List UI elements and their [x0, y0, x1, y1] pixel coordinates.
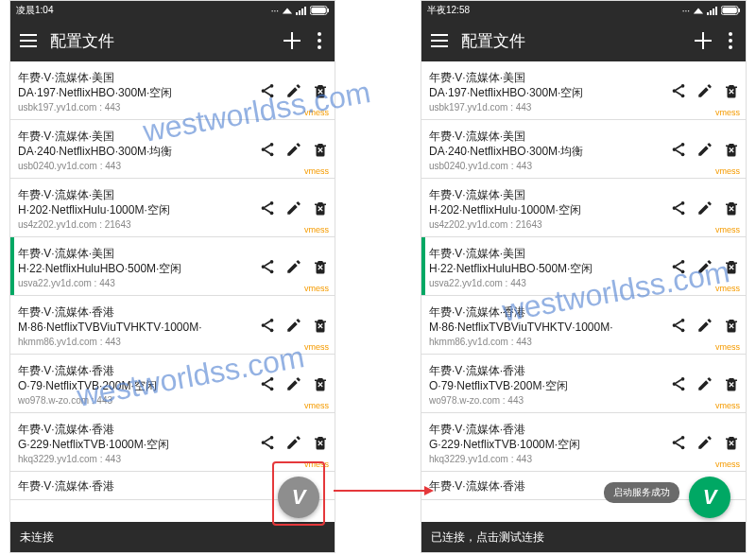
share-icon[interactable] — [259, 434, 276, 451]
share-icon[interactable] — [670, 375, 687, 392]
delete-icon[interactable] — [723, 141, 740, 158]
share-icon[interactable] — [259, 199, 276, 217]
config-item[interactable]: 年费·V·流媒体·香港 M·86·NetflixTVBViuTVHKTV·100… — [10, 296, 335, 355]
phone-screen-right: 半夜12:58··· 配置文件 年费·V·流媒体·美国 DA·197·Netfl… — [421, 0, 747, 553]
edit-icon[interactable] — [696, 258, 713, 275]
item-title: 年费·V·流媒体·香港 M·86·NetflixTVBViuTVHKTV·100… — [18, 304, 257, 335]
edit-icon[interactable] — [696, 82, 713, 99]
config-item[interactable]: 年费·V·流媒体·香港 M·86·NetflixTVBViuTVHKTV·100… — [421, 296, 746, 355]
connection-status-bar[interactable]: 未连接 — [10, 522, 335, 552]
edit-icon[interactable] — [696, 141, 713, 158]
svg-line-63 — [676, 208, 681, 212]
svg-line-26 — [265, 267, 270, 270]
protocol-tag: vmess — [304, 342, 329, 352]
svg-rect-5 — [311, 8, 325, 13]
item-body: 年费·V·流媒体·美国 H·202·NetflixHulu·1000M·空闲us… — [14, 179, 259, 236]
item-body: 年费·V·流媒体·美国 H·202·NetflixHulu·1000M·空闲us… — [425, 179, 670, 236]
edit-icon[interactable] — [285, 317, 302, 334]
config-item[interactable]: 年费·V·流媒体·美国 H·202·NetflixHulu·1000M·空闲us… — [421, 179, 746, 237]
edit-icon[interactable] — [285, 82, 302, 99]
svg-rect-48 — [738, 9, 740, 12]
item-title: 年费·V·流媒体·香港 O·79·NetflixTVB·200M·空闲 — [429, 363, 668, 393]
delete-icon[interactable] — [723, 258, 740, 275]
edit-icon[interactable] — [285, 199, 302, 217]
config-item[interactable]: 年费·V·流媒体·美国 H·22·NetflixHuluHBO·500M·空闲u… — [10, 237, 335, 296]
svg-line-72 — [676, 321, 681, 324]
connect-fab[interactable]: V — [278, 477, 319, 518]
share-icon[interactable] — [259, 141, 276, 158]
delete-icon[interactable] — [312, 258, 329, 275]
edit-icon[interactable] — [285, 375, 302, 392]
item-title: 年费·V·流媒体·美国 DA·240·NetflixHBO·300M·均衡 — [429, 129, 668, 159]
svg-rect-44 — [713, 9, 714, 15]
edit-icon[interactable] — [696, 199, 713, 217]
edit-icon[interactable] — [285, 434, 302, 451]
svg-rect-45 — [715, 7, 717, 15]
config-item[interactable]: 年费·V·流媒体·香港 O·79·NetflixTVB·200M·空闲wo978… — [10, 355, 335, 413]
delete-icon[interactable] — [312, 82, 329, 99]
connection-status-text: 已连接，点击测试连接 — [431, 529, 544, 546]
share-icon[interactable] — [670, 82, 687, 99]
protocol-tag: vmess — [715, 401, 740, 410]
menu-icon[interactable] — [431, 34, 448, 47]
config-item[interactable]: 年费·V·流媒体·香港 G·229·NetflixTVB·1000M·空闲hkq… — [421, 413, 746, 472]
protocol-tag: vmess — [304, 166, 329, 176]
app-bar: 配置文件 — [10, 20, 335, 61]
item-title: 年费·V·流媒体·美国 DA·240·NetflixHBO·300M·均衡 — [18, 129, 257, 159]
config-item[interactable]: 年费·V·流媒体·美国 DA·240·NetflixHBO·300M·均衡usb… — [421, 120, 746, 179]
share-icon[interactable] — [259, 375, 276, 392]
item-subtitle: us4z202.yv1d.com : 21643 — [429, 219, 668, 230]
config-item[interactable]: 年费·V·流媒体·美国 H·202·NetflixHulu·1000M·空闲us… — [10, 179, 335, 237]
delete-icon[interactable] — [723, 199, 740, 217]
config-item[interactable]: 年费·V·流媒体·香港 G·229·NetflixTVB·1000M·空闲hkq… — [10, 413, 335, 472]
svg-line-53 — [676, 91, 681, 95]
delete-icon[interactable] — [312, 317, 329, 334]
delete-icon[interactable] — [312, 434, 329, 451]
config-item[interactable]: 年费·V·流媒体·美国 DA·197·NetflixHBO·300M·空闲usb… — [10, 61, 335, 120]
item-title: 年费·V·流媒体·香港 G·229·NetflixTVB·1000M·空闲 — [429, 422, 668, 452]
svg-rect-0 — [296, 12, 298, 15]
config-list[interactable]: 年费·V·流媒体·美国 DA·197·NetflixHBO·300M·空闲usb… — [421, 61, 746, 522]
item-subtitle: usbk197.yv1d.com : 443 — [18, 102, 257, 113]
share-icon[interactable] — [259, 317, 276, 334]
delete-icon[interactable] — [723, 434, 740, 451]
edit-icon[interactable] — [696, 317, 713, 334]
svg-line-62 — [676, 203, 681, 207]
edit-icon[interactable] — [285, 258, 302, 275]
share-icon[interactable] — [670, 199, 687, 217]
svg-line-57 — [676, 145, 681, 148]
share-icon[interactable] — [670, 141, 687, 158]
delete-icon[interactable] — [312, 375, 329, 392]
add-button[interactable] — [284, 32, 301, 49]
add-button[interactable] — [695, 32, 712, 49]
config-item[interactable]: 年费·V·流媒体·美国 DA·240·NetflixHBO·300M·均衡usb… — [10, 120, 335, 179]
config-item[interactable]: 年费·V·流媒体·香港 O·79·NetflixTVB·200M·空闲wo978… — [421, 355, 746, 413]
config-list[interactable]: 年费·V·流媒体·美国 DA·197·NetflixHBO·300M·空闲usb… — [10, 61, 335, 522]
svg-line-78 — [676, 384, 681, 388]
connection-status-bar[interactable]: 已连接，点击测试连接 — [421, 522, 746, 552]
menu-icon[interactable] — [20, 34, 37, 47]
item-body: 年费·V·流媒体·美国 DA·197·NetflixHBO·300M·空闲usb… — [14, 61, 259, 119]
delete-icon[interactable] — [723, 82, 740, 99]
share-icon[interactable] — [670, 434, 687, 451]
overflow-menu-icon[interactable] — [314, 32, 325, 49]
overflow-menu-icon[interactable] — [725, 32, 736, 49]
item-subtitle: wo978.w-zo.com : 443 — [429, 395, 668, 406]
svg-line-68 — [676, 267, 681, 270]
config-item[interactable]: 年费·V·流媒体·美国 DA·197·NetflixHBO·300M·空闲usb… — [421, 61, 746, 120]
share-icon[interactable] — [259, 82, 276, 99]
delete-icon[interactable] — [312, 199, 329, 217]
edit-icon[interactable] — [696, 434, 713, 451]
share-icon[interactable] — [670, 258, 687, 275]
status-time: 半夜12:58 — [427, 4, 470, 17]
toast-message: 启动服务成功 — [604, 482, 679, 503]
edit-icon[interactable] — [285, 141, 302, 158]
connect-fab[interactable]: V — [689, 477, 730, 518]
share-icon[interactable] — [670, 317, 687, 334]
delete-icon[interactable] — [723, 375, 740, 392]
delete-icon[interactable] — [312, 141, 329, 158]
delete-icon[interactable] — [723, 317, 740, 334]
config-item[interactable]: 年费·V·流媒体·美国 H·22·NetflixHuluHBO·500M·空闲u… — [421, 237, 746, 296]
edit-icon[interactable] — [696, 375, 713, 392]
share-icon[interactable] — [259, 258, 276, 275]
